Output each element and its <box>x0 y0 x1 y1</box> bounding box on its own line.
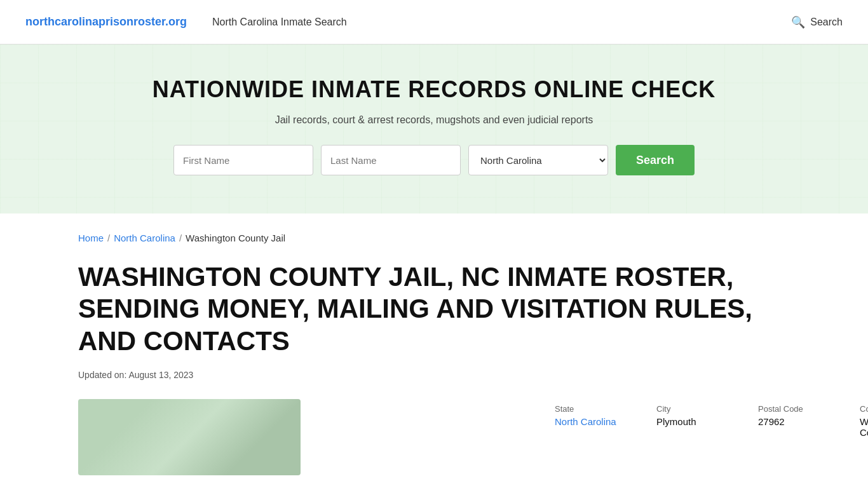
last-name-input[interactable] <box>321 145 461 175</box>
first-name-input[interactable] <box>173 145 313 175</box>
nav-inmate-search[interactable]: North Carolina Inmate Search <box>212 17 791 28</box>
info-row: State North Carolina City Plymouth Posta… <box>555 399 868 443</box>
breadcrumb-current: Washington County Jail <box>186 233 285 243</box>
updated-date: Updated on: August 13, 2023 <box>78 370 790 380</box>
breadcrumb-sep-1: / <box>107 233 110 243</box>
city-label: City <box>656 404 739 414</box>
content-area: State North Carolina City Plymouth Posta… <box>78 399 790 475</box>
breadcrumb: Home / North Carolina / Washington Count… <box>78 233 790 243</box>
info-city: City Plymouth <box>656 399 758 443</box>
state-label: State <box>555 404 637 414</box>
facility-image <box>78 399 301 475</box>
city-value: Plymouth <box>656 416 739 427</box>
search-icon: 🔍 <box>791 15 805 29</box>
postal-label: Postal Code <box>758 404 841 414</box>
main-content: Home / North Carolina / Washington Count… <box>53 214 815 488</box>
search-label: Search <box>810 17 843 28</box>
hero-subtitle: Jail records, court & arrest records, mu… <box>13 114 855 126</box>
breadcrumb-state[interactable]: North Carolina <box>114 233 175 243</box>
hero-section: NATIONWIDE INMATE RECORDS ONLINE CHECK J… <box>0 44 868 214</box>
page-title: WASHINGTON COUNTY JAIL, NC INMATE ROSTER… <box>78 261 777 357</box>
info-county: County Washington County <box>860 399 868 443</box>
postal-value: 27962 <box>758 416 841 427</box>
search-button[interactable]: Search <box>616 145 695 175</box>
county-label: County <box>860 404 868 414</box>
site-logo[interactable]: northcarolinaprisonroster.org <box>25 15 187 29</box>
site-header: northcarolinaprisonroster.org North Caro… <box>0 0 868 44</box>
info-postal: Postal Code 27962 <box>758 399 860 443</box>
state-select[interactable]: AlabamaAlaskaArizonaArkansasCaliforniaCo… <box>468 145 608 175</box>
image-inner <box>78 399 301 475</box>
search-form: AlabamaAlaskaArizonaArkansasCaliforniaCo… <box>13 145 855 175</box>
header-search-button[interactable]: 🔍 Search <box>791 15 843 29</box>
breadcrumb-home[interactable]: Home <box>78 233 104 243</box>
info-state: State North Carolina <box>555 399 656 443</box>
breadcrumb-sep-2: / <box>179 233 182 243</box>
hero-title: NATIONWIDE INMATE RECORDS ONLINE CHECK <box>13 76 855 103</box>
county-value: Washington County <box>860 416 868 438</box>
state-value[interactable]: North Carolina <box>555 416 616 427</box>
